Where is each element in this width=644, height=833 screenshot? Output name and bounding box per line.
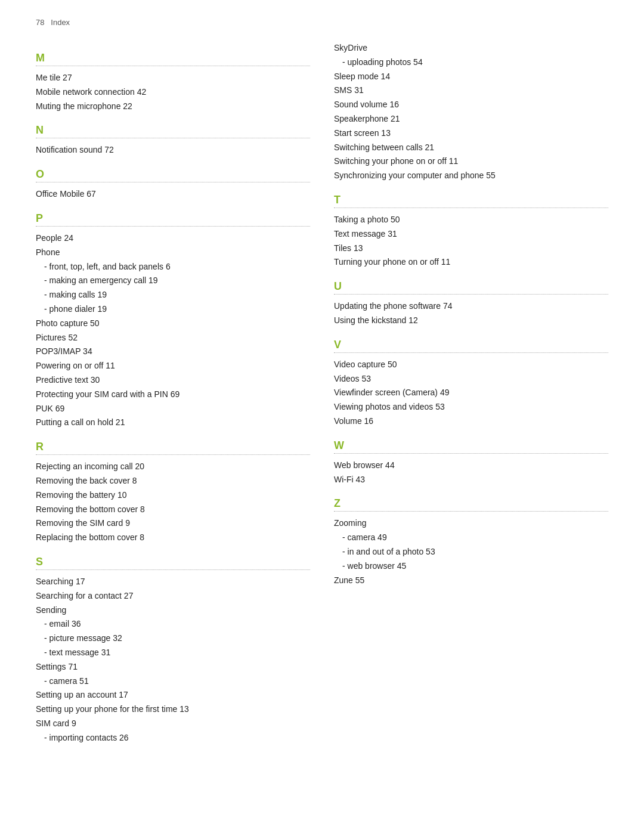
entry-sub: - camera 49 <box>334 531 608 545</box>
section-letter-s: S <box>36 556 310 568</box>
entry-main: Notification sound 72 <box>36 145 114 154</box>
index-entry: Tiles 13 <box>334 241 608 256</box>
index-entry: Rejecting an incoming call 20 <box>36 460 310 474</box>
entry-main: Phone <box>36 247 60 257</box>
index-entry: Office Mobile 67 <box>36 187 310 202</box>
entry-main: Setting up your phone for the first time… <box>36 704 189 714</box>
index-entry: Volume 16 <box>334 414 608 429</box>
entry-main: Videos 53 <box>334 374 371 383</box>
index-entry: People 24 <box>36 231 310 246</box>
right-column: SkyDrive- uploading photos 54Sleep mode … <box>334 41 608 745</box>
entry-main: POP3/IMAP 34 <box>36 346 92 356</box>
page-number: 78 <box>36 18 44 27</box>
entry-sub: - making an emergency call 19 <box>36 274 310 288</box>
section-letter-m: M <box>36 52 310 64</box>
index-entry: Speakerphone 21 <box>334 112 608 126</box>
index-entry: Pictures 52 <box>36 331 310 345</box>
entry-main: Protecting your SIM card with a PIN 69 <box>36 389 179 399</box>
index-entry: Taking a photo 50 <box>334 213 608 227</box>
index-entry: SkyDrive- uploading photos 54 <box>334 41 608 70</box>
index-entry: Phone- front, top, left, and back panels… <box>36 246 310 317</box>
section-divider <box>36 182 310 182</box>
index-entry: Sleep mode 14 <box>334 70 608 84</box>
index-entry: Sending- email 36- picture message 32- t… <box>36 603 310 660</box>
index-entry: Wi-Fi 43 <box>334 473 608 487</box>
index-entry: Setting up your phone for the first time… <box>36 702 310 717</box>
index-entry: Searching 17 <box>36 575 310 589</box>
index-entry: Powering on or off 11 <box>36 359 310 373</box>
entry-main: Removing the battery 10 <box>36 490 127 500</box>
entry-main: Replacing the bottom cover 8 <box>36 532 144 542</box>
section-letter-p: P <box>36 212 310 225</box>
entry-sub: - uploading photos 54 <box>334 55 608 70</box>
page-header: 78 Index <box>36 18 608 27</box>
entry-main: Mobile network connection 42 <box>36 87 146 97</box>
entry-main: Removing the SIM card 9 <box>36 518 130 528</box>
section-divider <box>334 352 608 353</box>
entry-main: Powering on or off 11 <box>36 361 115 370</box>
entry-main: Using the kickstand 12 <box>334 315 418 325</box>
index-entry: Start screen 13 <box>334 126 608 141</box>
index-entry: PUK 69 <box>36 402 310 416</box>
index-entry: Removing the battery 10 <box>36 488 310 503</box>
entry-main: Office Mobile 67 <box>36 189 96 199</box>
entry-main: Setting up an account 17 <box>36 690 128 699</box>
entry-main: People 24 <box>36 233 73 243</box>
entry-main: Tiles 13 <box>334 243 363 253</box>
entry-main: Removing the back cover 8 <box>36 476 137 485</box>
entry-main: Switching between calls 21 <box>334 143 434 152</box>
index-entry: Text message 31 <box>334 227 608 241</box>
entry-sub: - phone dialer 19 <box>36 302 310 317</box>
section-letter-t: T <box>334 194 608 206</box>
entry-main: Viewing photos and videos 53 <box>334 402 445 411</box>
section-letter-n: N <box>36 124 310 137</box>
entry-main: Volume 16 <box>334 416 373 426</box>
left-column: MMe tile 27Mobile network connection 42M… <box>36 41 310 745</box>
section-title: Index <box>51 18 70 27</box>
section-letter-r: R <box>36 441 310 453</box>
index-entry: Removing the bottom cover 8 <box>36 503 310 517</box>
entry-sub: - front, top, left, and back panels 6 <box>36 260 310 274</box>
section-divider <box>334 511 608 512</box>
entry-main: Video capture 50 <box>334 360 397 369</box>
entry-main: SMS 31 <box>334 85 364 95</box>
entry-sub: - in and out of a photo 53 <box>334 545 608 559</box>
section-divider <box>36 226 310 227</box>
index-entry: Photo capture 50 <box>36 317 310 331</box>
index-entry: Removing the back cover 8 <box>36 474 310 488</box>
entry-sub: - camera 51 <box>36 674 310 689</box>
entry-main: Rejecting an incoming call 20 <box>36 462 144 471</box>
entry-sub: - importing contacts 26 <box>36 731 310 745</box>
index-entry: Predictive text 30 <box>36 373 310 388</box>
index-entry: Removing the SIM card 9 <box>36 516 310 531</box>
entry-main: Updating the phone software 74 <box>334 301 452 311</box>
section-divider <box>36 138 310 138</box>
index-entry: Turning your phone on or off 11 <box>334 255 608 270</box>
entry-sub: - picture message 32 <box>36 631 310 646</box>
index-entry: Settings 71- camera 51 <box>36 660 310 689</box>
entry-main: Searching for a contact 27 <box>36 591 133 600</box>
entry-main: Zune 55 <box>334 575 364 585</box>
section-letter-u: U <box>334 280 608 293</box>
entry-main: Pictures 52 <box>36 333 78 342</box>
index-entry: Protecting your SIM card with a PIN 69 <box>36 388 310 402</box>
entry-main: Speakerphone 21 <box>334 114 400 123</box>
section-divider <box>36 569 310 570</box>
entry-main: Viewfinder screen (Camera) 49 <box>334 388 450 397</box>
entry-main: Sending <box>36 605 66 615</box>
index-entry: Viewfinder screen (Camera) 49 <box>334 386 608 400</box>
entry-main: Predictive text 30 <box>36 375 100 385</box>
index-entry: Synchronizing your computer and phone 55 <box>334 169 608 183</box>
section-letter-o: O <box>36 168 310 181</box>
index-entry: Setting up an account 17 <box>36 688 310 702</box>
section-letter-z: Z <box>334 497 608 510</box>
entry-main: Wi-Fi 43 <box>334 475 365 484</box>
entry-sub: - email 36 <box>36 617 310 631</box>
index-entry: Sound volume 16 <box>334 98 608 112</box>
index-entry: Switching your phone on or off 11 <box>334 154 608 169</box>
entry-main: PUK 69 <box>36 404 64 413</box>
section-divider <box>334 208 608 208</box>
index-entry: Zooming- camera 49- in and out of a phot… <box>334 516 608 573</box>
entry-main: Start screen 13 <box>334 128 391 138</box>
entry-main: Zooming <box>334 518 366 528</box>
